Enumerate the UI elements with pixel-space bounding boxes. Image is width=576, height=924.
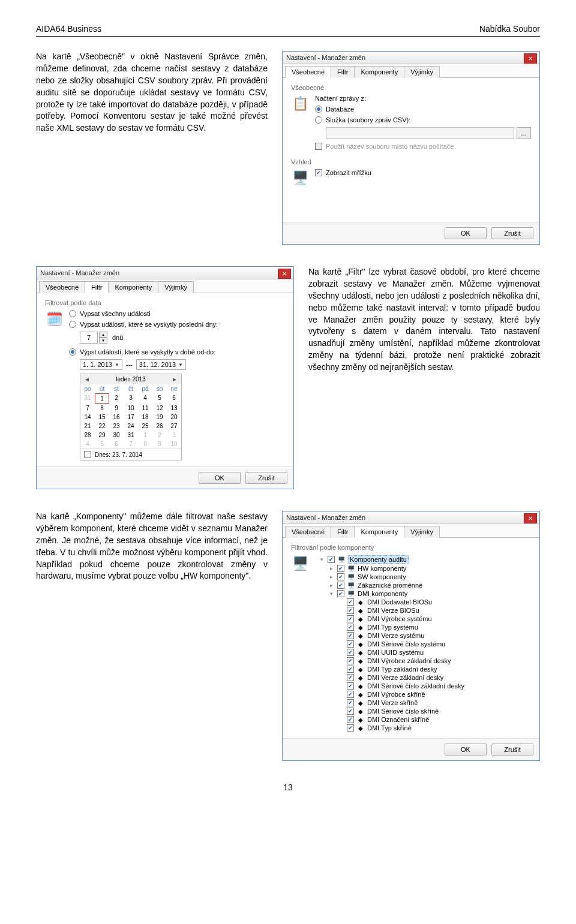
cal-day[interactable]: 6 <box>167 393 181 404</box>
tab-vyjimky[interactable]: Výjimky <box>158 281 194 293</box>
cal-day[interactable]: 15 <box>95 413 109 422</box>
checkbox-icon[interactable] <box>347 598 354 606</box>
cal-day[interactable]: 31 <box>80 393 95 404</box>
ok-button[interactable]: OK <box>445 744 487 756</box>
tab-komponenty[interactable]: Komponenty <box>108 281 158 293</box>
tree-item[interactable]: ◆DMI Verze skříně <box>319 699 531 707</box>
check-show-grid[interactable]: Zobrazit mřížku <box>315 169 531 176</box>
tab-komponenty[interactable]: Komponenty <box>354 526 404 538</box>
checkbox-icon[interactable] <box>347 691 354 698</box>
cal-day[interactable]: 8 <box>95 404 109 413</box>
tree-item[interactable]: ▸🖥️SW komponenty <box>319 573 531 581</box>
calendar-grid[interactable]: poútstčtpásone31123456789101112131415161… <box>80 384 181 449</box>
cal-day[interactable]: 29 <box>95 431 109 440</box>
cal-day[interactable]: 19 <box>152 413 167 422</box>
cal-day[interactable]: 22 <box>95 422 109 431</box>
cal-day[interactable]: 9 <box>109 404 124 413</box>
cal-day[interactable]: 3 <box>167 431 181 440</box>
spinner-arrows[interactable]: ▲▼ <box>99 332 107 344</box>
cal-day[interactable]: 16 <box>109 413 124 422</box>
cal-day[interactable]: 6 <box>109 440 124 449</box>
cal-day[interactable]: 7 <box>124 440 138 449</box>
tree-item[interactable]: ◆DMI Výrobce základní desky <box>319 657 531 665</box>
tree-item[interactable]: ◆DMI Sériové číslo systému <box>319 640 531 648</box>
checkbox-icon[interactable] <box>347 624 354 631</box>
checkbox-icon[interactable] <box>347 666 354 673</box>
checkbox-icon[interactable] <box>84 451 91 458</box>
cal-day[interactable]: 13 <box>167 404 181 413</box>
check-use-filename[interactable]: Použít název souboru místo názvu počítač… <box>315 143 531 150</box>
cal-day[interactable]: 10 <box>124 404 138 413</box>
tree-item[interactable]: ▸🖥️Zákaznické proměnné <box>319 581 531 589</box>
cal-day[interactable]: 25 <box>138 422 152 431</box>
cal-day[interactable]: 10 <box>167 440 181 449</box>
cal-day[interactable]: 2 <box>109 393 124 404</box>
checkbox-icon[interactable] <box>347 615 354 622</box>
cal-day[interactable]: 30 <box>109 431 124 440</box>
checkbox-icon[interactable] <box>347 674 354 681</box>
date-to-picker[interactable]: 31. 12. 2013 ▼ <box>136 359 186 370</box>
tree-item[interactable]: ◆DMI Typ základní desky <box>319 665 531 673</box>
days-value[interactable]: 7 <box>80 332 98 344</box>
checkbox-icon[interactable] <box>347 632 354 639</box>
ok-button[interactable]: OK <box>199 472 241 484</box>
radio-last-n[interactable]: Vypsat událostí, které se vyskytly posle… <box>69 321 285 328</box>
tree-item[interactable]: ◆DMI Typ systému <box>319 623 531 631</box>
tree-item[interactable]: ▾🖥️Komponenty auditu <box>319 555 531 564</box>
checkbox-icon[interactable] <box>347 724 354 732</box>
tab-vseobecne[interactable]: Všeobecné <box>285 66 331 78</box>
cal-day[interactable]: 12 <box>152 404 167 413</box>
tree-item[interactable]: ▾🖥️DMI komponenty <box>319 589 531 598</box>
checkbox-icon[interactable] <box>337 565 344 572</box>
cal-day[interactable]: 5 <box>95 440 109 449</box>
radio-folder[interactable]: Složka (soubory zpráv CSV): <box>315 116 531 124</box>
cal-day[interactable]: 4 <box>138 393 152 404</box>
tree-item[interactable]: ◆DMI Sériové číslo základní desky <box>319 682 531 690</box>
checkbox-icon[interactable] <box>337 590 344 597</box>
tab-vseobecne[interactable]: Všeobecné <box>39 281 85 293</box>
cal-day[interactable]: 3 <box>124 393 138 404</box>
checkbox-icon[interactable] <box>337 573 344 580</box>
cancel-button[interactable]: Zrušit <box>245 472 287 484</box>
tree-item[interactable]: ◆DMI Typ skříně <box>319 724 531 732</box>
tab-filtr[interactable]: Filtr <box>331 66 355 78</box>
tree-item[interactable]: ◆DMI Označení skříně <box>319 715 531 724</box>
cal-day[interactable]: 31 <box>124 431 138 440</box>
tree-item[interactable]: ◆DMI Výrobce skříně <box>319 690 531 699</box>
checkbox-icon[interactable] <box>347 708 354 715</box>
ok-button[interactable]: OK <box>445 227 487 239</box>
tree-item[interactable]: ◆DMI Verze základní desky <box>319 673 531 682</box>
cal-day[interactable]: 1 <box>95 393 109 404</box>
radio-range[interactable]: Výpst událostí, které se vyskytly v době… <box>69 348 285 356</box>
cal-day[interactable]: 20 <box>167 413 181 422</box>
radio-all-events[interactable]: Vypsat všechny události <box>69 310 285 317</box>
checkbox-icon[interactable] <box>337 582 344 589</box>
checkbox-icon[interactable] <box>347 699 354 706</box>
cal-day[interactable]: 1 <box>138 431 152 440</box>
close-icon[interactable]: ✕ <box>524 53 537 64</box>
tab-vyjimky[interactable]: Výjimky <box>404 66 440 78</box>
browse-button[interactable]: … <box>517 127 531 139</box>
cal-day[interactable]: 21 <box>80 422 95 431</box>
checkbox-icon[interactable] <box>347 657 354 664</box>
tab-vyjimky[interactable]: Výjimky <box>404 526 440 538</box>
cal-day[interactable]: 7 <box>80 404 95 413</box>
checkbox-icon[interactable] <box>347 649 354 656</box>
component-tree[interactable]: ▾🖥️Komponenty auditu▸🖥️HW komponenty▸🖥️S… <box>319 555 531 732</box>
tab-filtr[interactable]: Filtr <box>331 526 355 538</box>
cal-day[interactable]: 28 <box>80 431 95 440</box>
cal-day[interactable]: 5 <box>152 393 167 404</box>
radio-database[interactable]: Databáze <box>315 106 531 113</box>
cal-day[interactable]: 27 <box>167 422 181 431</box>
tree-item[interactable]: ◆DMI Verze BIOSu <box>319 606 531 615</box>
tree-item[interactable]: ◆DMI Sériové číslo skříně <box>319 707 531 715</box>
tab-komponenty[interactable]: Komponenty <box>354 66 404 78</box>
cal-day[interactable]: 4 <box>80 440 95 449</box>
close-icon[interactable]: ✕ <box>524 513 537 523</box>
cal-day[interactable]: 9 <box>152 440 167 449</box>
cal-day[interactable]: 8 <box>138 440 152 449</box>
checkbox-icon[interactable] <box>328 556 335 563</box>
checkbox-icon[interactable] <box>347 682 354 690</box>
cal-day[interactable]: 11 <box>138 404 152 413</box>
close-icon[interactable]: ✕ <box>278 269 291 279</box>
